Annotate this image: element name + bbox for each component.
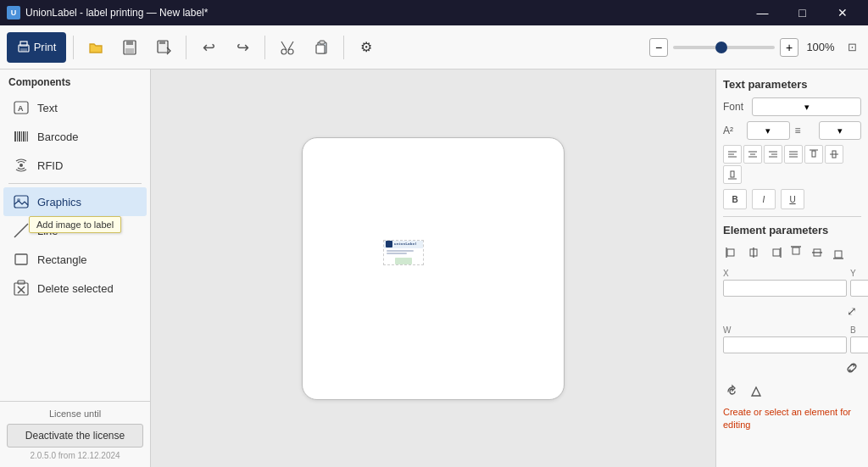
valign-top-button[interactable] [804,145,823,164]
maximize-button[interactable]: □ [783,0,821,25]
x-coord-item: X [723,269,847,297]
svg-point-8 [281,49,287,54]
toolbar-sep-1 [73,36,74,59]
elem-align-top-button[interactable] [787,243,805,262]
svg-rect-58 [793,247,799,254]
window-title: UnionLabel - label printing — New label* [25,7,208,19]
link-row [723,359,861,377]
save-as-button[interactable] [148,32,179,63]
elem-align-center-h-button[interactable] [744,243,763,262]
bold-button[interactable]: B [723,189,747,209]
text-label: Text [37,102,58,114]
graphics-tooltip: Add image to label [29,216,121,233]
print-button[interactable]: Print [7,32,66,63]
x-input[interactable] [723,280,847,297]
resize-button[interactable]: ⤢ [843,302,861,320]
size-icon: A² [723,125,742,136]
rfid-label: RFID [37,159,63,172]
text-icon: A [12,98,31,117]
font-label: Font [723,101,747,113]
version-label: 2.0.5.0 from 12.12.2024 [7,451,143,460]
redo-button[interactable]: ↪ [227,32,258,63]
save-button[interactable] [114,32,145,63]
shape-button[interactable] [747,382,765,401]
b-input[interactable] [850,336,868,353]
align-justify-button[interactable] [784,145,803,164]
elem-align-bottom-button[interactable] [829,243,848,262]
w-input[interactable] [723,336,847,353]
svg-text:A: A [18,104,24,113]
zoom-control: − + 100% ⊡ [649,38,861,57]
print-icon [17,41,31,54]
element-align-icons [723,243,861,262]
svg-rect-21 [23,131,25,142]
x-label: X [723,269,847,278]
valign-bottom-button[interactable] [723,165,742,184]
zoom-slider[interactable] [673,46,775,49]
svg-rect-17 [14,131,16,142]
sidebar-item-barcode[interactable]: Barcode [3,122,147,151]
zoom-out-button[interactable]: − [649,38,668,57]
open-button[interactable] [81,32,111,63]
rectangle-label: Rectangle [37,253,87,266]
minimize-button[interactable]: — [743,0,782,25]
elem-align-center-v-button[interactable] [808,243,826,262]
elem-align-left-button[interactable] [723,243,742,262]
b-coord-item: B [850,325,868,353]
save-icon [121,39,138,56]
toolbar-sep-2 [186,36,186,59]
sidebar-item-rfid[interactable]: RFID [3,151,147,180]
align-right-button[interactable] [764,145,782,164]
zoom-fit-button[interactable]: ⊡ [843,38,861,57]
line-spacing-button[interactable]: ▾ [819,121,862,140]
cut-button[interactable] [272,32,303,63]
font-select-button[interactable]: ▾ [752,97,861,116]
align-center-button[interactable] [743,145,762,164]
underline-button[interactable]: U [781,189,804,209]
resize-row: ⤢ [723,302,861,320]
wb-grid: W B [723,325,861,353]
valign-middle-button[interactable] [825,145,843,164]
text-style-row: B I U [723,189,861,209]
undo-button[interactable]: ↩ [193,32,224,63]
paste-button[interactable] [306,32,337,63]
zoom-in-button[interactable]: + [780,38,798,57]
align-left-button[interactable] [723,145,742,164]
elem-align-right-button[interactable] [765,243,784,262]
svg-point-9 [288,49,293,54]
paste-icon [313,39,330,56]
svg-point-24 [19,164,23,167]
svg-rect-25 [14,196,28,208]
sidebar-item-delete[interactable]: Delete selected [3,274,147,303]
close-button[interactable]: ✕ [823,0,861,25]
sidebar-item-rectangle[interactable]: Rectangle [3,245,147,274]
link-button[interactable] [843,359,861,377]
rotate-button[interactable] [723,382,742,401]
cut-icon [279,39,296,56]
status-message: Create or select an element for editing [723,406,861,432]
svg-rect-56 [773,249,780,256]
sidebar-item-graphics[interactable]: Graphics Add image to label [3,187,147,216]
y-input[interactable] [850,280,868,297]
svg-rect-5 [125,48,134,53]
italic-button[interactable]: I [752,189,776,209]
svg-rect-19 [19,131,20,142]
canvas-area[interactable]: unionLabel [151,69,715,467]
w-label: W [723,325,847,335]
rectangle-icon [12,250,31,269]
settings-button[interactable]: ⚙ [351,32,381,63]
toolbar-sep-4 [343,36,344,59]
rotate-icon [725,384,740,399]
sidebar-bottom: License until Deactivate the license 2.0… [0,401,150,467]
sidebar-item-text[interactable]: A Text [3,93,147,122]
font-size-button[interactable]: ▾ [747,121,790,140]
svg-rect-22 [25,131,26,142]
coord-grid: X Y [723,269,861,297]
toolbar: Print ↩ ↪ [0,25,868,69]
w-coord-item: W [723,325,847,353]
label-image-element[interactable]: unionLabel [383,240,424,265]
alignment-icons [723,145,861,184]
svg-rect-50 [731,171,734,177]
line-spacing-icon: ≡ [795,125,814,136]
deactivate-license-button[interactable]: Deactivate the license [7,424,143,448]
